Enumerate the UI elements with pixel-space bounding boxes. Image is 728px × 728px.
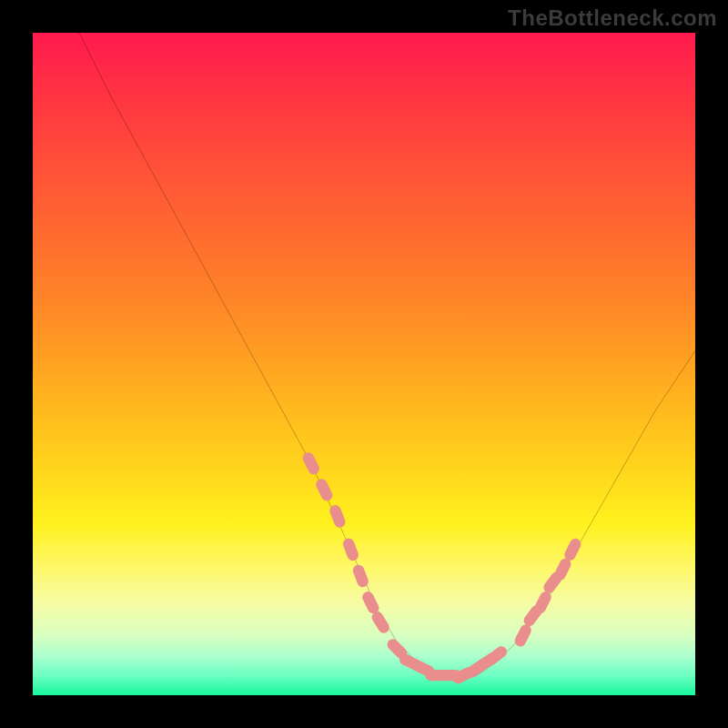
highlight-dot: [393, 644, 401, 652]
highlight-dot: [308, 458, 314, 469]
watermark-text: TheBottleneck.com: [508, 5, 717, 31]
highlight-dot: [541, 597, 546, 608]
curve-layer: [33, 33, 695, 695]
highlight-dot: [550, 578, 557, 587]
highlight-dot: [368, 597, 373, 608]
highlight-dot: [378, 617, 384, 627]
highlight-dot: [491, 652, 500, 659]
highlight-dot: [335, 511, 339, 521]
highlight-dot: [419, 666, 430, 672]
highlight-dots: [308, 458, 575, 678]
highlight-dot: [321, 484, 327, 495]
highlight-dot: [521, 631, 526, 642]
highlight-dot: [530, 611, 537, 620]
plot-area: [33, 33, 695, 695]
highlight-dot: [570, 544, 575, 555]
highlight-dot: [359, 571, 363, 581]
highlight-dot: [349, 544, 353, 555]
highlight-dot: [560, 564, 565, 575]
chart-frame: TheBottleneck.com: [0, 0, 728, 728]
bottleneck-curve-path: [79, 33, 695, 675]
